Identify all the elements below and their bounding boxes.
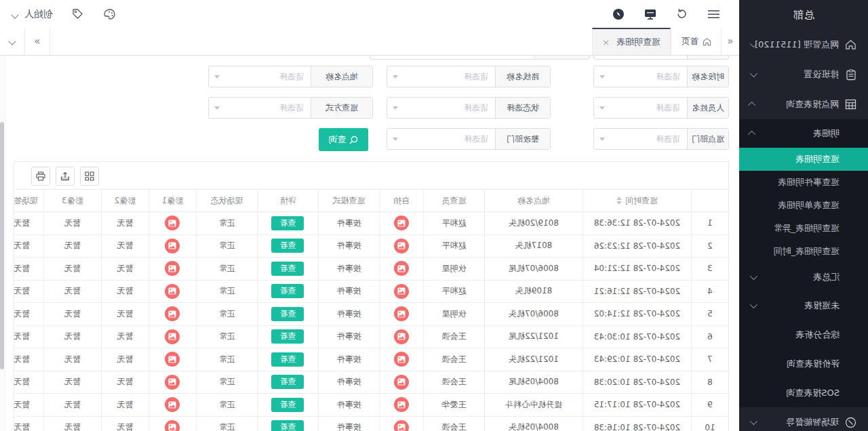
scrollbar-thumb[interactable] [0,122,4,369]
view-button[interactable]: 查看 [272,307,304,321]
image-badge[interactable] [394,397,409,412]
sidebar-item[interactable]: 汇总表 [739,263,868,291]
view-button[interactable]: 查看 [272,216,304,230]
sidebar-item[interactable]: 巡查事件明细表 [739,171,868,194]
column-title: 巡查时间 [625,195,658,207]
image-badge[interactable] [394,261,409,276]
image-badge[interactable] [165,397,180,412]
sidebar-item[interactable]: 网点管理 [1151120] [739,30,868,60]
filter-select-group: 路线名称请选择 [387,66,551,87]
cell-sign: 暂无 [14,394,43,417]
columns-button[interactable] [80,167,99,186]
export-button[interactable] [56,167,75,186]
sidebar-item[interactable]: 未巡报表 [739,291,868,320]
filter-select[interactable]: 请选择 [209,66,311,87]
cell-image2: 暂无 [101,212,149,235]
search-button[interactable]: 查询 [319,128,368,151]
monitor-icon[interactable] [644,7,657,21]
image-badge[interactable] [394,239,409,253]
image-badge[interactable] [165,306,180,321]
sidebar-item[interactable]: 网点报表查询 [739,89,868,119]
view-button[interactable]: 查看 [272,284,304,298]
chevron-down-icon [12,7,18,20]
view-button[interactable]: 查看 [272,329,304,344]
image-badge[interactable] [165,375,180,390]
image-badge[interactable] [165,261,180,276]
image-badge[interactable] [165,239,180,253]
image-badge[interactable] [394,352,409,367]
image-badge[interactable] [394,216,409,230]
view-button[interactable]: 查看 [272,262,304,276]
tabs-dropdown[interactable] [0,28,25,55]
cell-image3: 暂无 [43,394,101,417]
image-badge[interactable] [165,284,180,299]
column-title: 现场状态 [211,195,243,207]
refresh-icon[interactable] [675,7,689,21]
sidebar-item[interactable]: 综合分析表 [739,320,868,349]
image-badge[interactable] [165,420,180,431]
image-badge[interactable] [394,375,409,390]
print-button[interactable] [31,167,50,186]
vertical-scrollbar[interactable] [0,55,5,431]
image-badge[interactable] [394,420,409,431]
filter-select[interactable]: 请选择 [387,98,495,118]
view-button[interactable]: 查看 [272,398,304,412]
image-badge[interactable] [394,284,409,299]
cell-image1 [149,417,196,431]
view-button[interactable]: 查看 [272,352,304,367]
sidebar-item[interactable]: 巡查明细表_异常 [739,217,868,240]
sidebar-item[interactable]: 巡查明细表 [739,148,868,171]
main-content: 时段名称请选择路线名称请选择地点名称请选择人员姓名请选择状态选择请选择巡查方式请… [5,55,739,431]
cell-image2: 暂无 [101,258,149,281]
image-badge[interactable] [394,329,409,344]
sidebar-item[interactable]: 评价报表查询 [739,349,868,378]
sidebar-item[interactable]: 明细表 [739,119,868,148]
image-badge[interactable] [394,306,409,321]
cell-detail: 查看 [257,394,318,417]
sidebar-item[interactable]: 巡查表单明细表 [739,194,868,217]
table-header-cell: 现场状态 [196,189,257,212]
menu-icon[interactable] [707,7,721,21]
cell-detail: 查看 [257,417,318,431]
sidebar-item[interactable]: 排班设置 [739,60,868,89]
filter-select-group: 人员姓名请选择 [593,97,729,119]
tab-current[interactable]: 巡查明细表 × [592,28,671,55]
cell-image2: 暂无 [101,235,149,258]
tabs-scroll-left[interactable]: « [722,28,739,55]
cell-image1 [149,326,196,349]
cell-image1 [149,235,196,258]
tab-home[interactable]: 首页 [671,28,722,55]
filter-select[interactable]: 请选择 [387,129,495,149]
compass-icon[interactable] [612,7,625,21]
user-name[interactable]: 创始人 [24,8,53,20]
filter-select[interactable]: 请选择 [594,98,687,118]
view-button[interactable]: 查看 [272,239,304,253]
sort-icon[interactable] [616,197,622,205]
close-icon[interactable]: × [602,37,610,47]
tab-label: 巡查明细表 [616,36,660,48]
select-placeholder: 请选择 [220,102,304,114]
filter-select[interactable]: 请选择 [387,66,495,87]
sidebar-item[interactable]: 巡查明细表_时间 [739,240,868,263]
table-toolbar [31,167,99,186]
tag-icon[interactable] [71,7,85,21]
sidebar-item[interactable]: 现场智能督导 [739,407,868,431]
sidebar-item[interactable]: SOS报表查询 [739,378,868,407]
image-badge[interactable] [165,216,180,230]
cell-seq: 8 [691,371,728,394]
palette-icon[interactable] [103,7,117,21]
view-button[interactable]: 查看 [272,375,304,389]
image-badge[interactable] [165,329,180,344]
filter-select[interactable]: 请选择 [594,66,687,87]
table-header-cell: 影像3 [43,189,101,212]
cell-selfie [379,281,423,304]
cell-seq: 7 [691,348,728,371]
form-icon [845,68,857,81]
view-button[interactable]: 查看 [272,420,304,431]
cell-detail: 查看 [257,348,318,371]
filter-select[interactable]: 请选择 [209,98,311,118]
cell-image2: 暂无 [101,281,149,304]
tabs-scroll-right[interactable]: » [25,28,50,55]
image-badge[interactable] [165,352,180,367]
filter-select[interactable]: 请选择 [594,129,687,149]
